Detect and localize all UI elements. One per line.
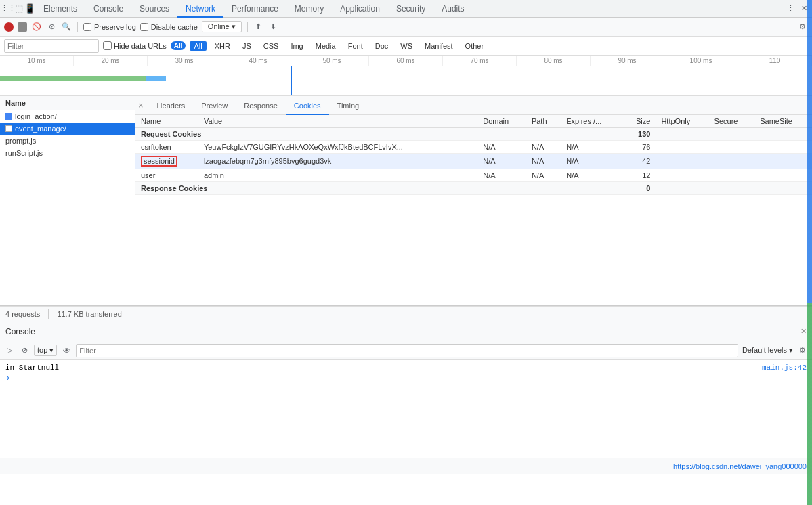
tab-headers[interactable]: Headers	[149, 96, 194, 115]
tab-response[interactable]: Response	[236, 96, 286, 115]
timeline-ruler: 10 ms 20 ms 30 ms 40 ms 50 ms 60 ms 70 m…	[0, 56, 812, 66]
file-name-runscript: runScript.js	[5, 149, 43, 157]
tab-cookies[interactable]: Cookies	[286, 96, 329, 115]
console-filter-input[interactable]	[76, 344, 738, 357]
more-options-icon[interactable]: ⋮	[785, 3, 796, 14]
search-icon[interactable]: 🔍	[61, 22, 72, 32]
console-log-link[interactable]: main.js:42	[762, 364, 807, 372]
filter-img-btn[interactable]: Img	[286, 41, 307, 51]
sessionid-highlight: sessionid	[141, 156, 177, 167]
filter-js-btn[interactable]: JS	[238, 41, 255, 51]
table-row[interactable]: csrftoken YeuwFckgIzV7GUGIRYvzHkAOXeQxWx…	[135, 141, 812, 154]
file-item-runscript[interactable]: runScript.js	[0, 147, 135, 159]
disable-cache-label[interactable]: Disable cache	[140, 23, 198, 31]
download-icon[interactable]: ⬇	[268, 22, 279, 32]
preserve-log-checkbox[interactable]	[83, 23, 91, 31]
throttle-select[interactable]: Online ▾	[202, 21, 242, 32]
file-item-prompt[interactable]: prompt.js	[0, 135, 135, 147]
filter-font-btn[interactable]: Font	[344, 41, 367, 51]
response-cookies-httponly	[656, 182, 708, 195]
tab-timing[interactable]: Timing	[329, 96, 368, 115]
filter-xhr-btn[interactable]: XHR	[211, 41, 234, 51]
tab-audits[interactable]: Audits	[433, 0, 472, 18]
filter-all-btn[interactable]: All	[190, 41, 206, 51]
close-detail-btn[interactable]: ×	[138, 100, 144, 110]
cookie-expires-sessionid: N/A	[561, 154, 622, 169]
filter-bar: Hide data URLs All All XHR JS CSS Img Me…	[0, 37, 812, 56]
cookie-domain-sessionid: N/A	[477, 154, 526, 169]
console-prompt-icon[interactable]: ›	[5, 373, 11, 383]
file-item-event[interactable]: event_manage/	[0, 123, 135, 135]
close-console-btn[interactable]: ✕	[800, 327, 807, 336]
tab-security[interactable]: Security	[388, 0, 433, 18]
tab-elements[interactable]: Elements	[35, 0, 85, 18]
tick-80ms: 80 ms	[517, 56, 591, 66]
filter-css-btn[interactable]: CSS	[259, 41, 283, 51]
request-cookies-samesite	[754, 128, 812, 141]
tab-memory[interactable]: Memory	[286, 0, 332, 18]
network-toolbar: 🚫 ⊘ 🔍 Preserve log Disable cache Online …	[0, 18, 812, 37]
tick-70ms: 70 ms	[443, 56, 517, 66]
tab-application[interactable]: Application	[332, 0, 388, 18]
menu-icon[interactable]: ⋮⋮	[3, 3, 14, 14]
all-badge: All	[171, 41, 186, 50]
context-top: top	[37, 346, 47, 354]
filter-media-btn[interactable]: Media	[312, 41, 340, 51]
default-levels-btn[interactable]: Default levels ▾	[742, 346, 793, 355]
tab-sources[interactable]: Sources	[131, 0, 177, 18]
hide-data-urls-checkbox[interactable]	[103, 41, 112, 50]
requests-count: 4 requests	[5, 310, 40, 318]
filter-icon[interactable]: ⊘	[46, 22, 57, 32]
tab-network[interactable]: Network	[177, 0, 223, 18]
inspect-icon[interactable]: ⬚	[14, 3, 24, 14]
disable-cache-text: Disable cache	[151, 23, 198, 31]
context-selector[interactable]: top ▾	[34, 345, 57, 356]
eye-icon[interactable]: 👁	[61, 345, 72, 356]
col-path: Path	[526, 115, 561, 128]
scrollbar-accent	[807, 0, 812, 505]
separator-1	[77, 22, 78, 32]
footer-url: https://blog.csdn.net/dawei_yang000000	[673, 462, 807, 470]
preserve-log-label[interactable]: Preserve log	[83, 23, 136, 31]
file-item-login[interactable]: login_action/	[0, 110, 135, 123]
console-body: in Startnull main.js:42 ›	[0, 360, 812, 458]
console-run-icon[interactable]: ▷	[4, 345, 15, 356]
preserve-log-text: Preserve log	[94, 23, 136, 31]
response-cookies-header: Response Cookies 0	[135, 182, 812, 195]
tab-preview[interactable]: Preview	[193, 96, 236, 115]
upload-icon[interactable]: ⬆	[253, 22, 264, 32]
col-domain: Domain	[477, 115, 526, 128]
console-log-text: in Startnull	[5, 364, 59, 372]
filter-manifest-btn[interactable]: Manifest	[421, 41, 457, 51]
console-toolbar: ▷ ⊘ top ▾ 👁 Default levels ▾ ⚙	[0, 341, 812, 360]
separator-2	[247, 22, 248, 32]
status-sep	[48, 309, 49, 319]
throttle-value: Online	[208, 22, 230, 30]
disable-cache-checkbox[interactable]	[140, 23, 148, 31]
record-button[interactable]	[4, 22, 14, 32]
filter-input[interactable]	[4, 39, 99, 53]
file-icon-event	[5, 125, 12, 132]
tab-console[interactable]: Console	[85, 0, 131, 18]
filter-other-btn[interactable]: Other	[461, 41, 488, 51]
col-httponly: HttpOnly	[656, 115, 708, 128]
timeline-bar-blue	[146, 76, 166, 81]
hide-data-urls-label[interactable]: Hide data URLs	[103, 41, 167, 50]
console-header: Console ✕	[0, 322, 812, 341]
tick-50ms: 50 ms	[295, 56, 369, 66]
response-cookies-secure	[709, 182, 755, 195]
cookie-value-sessionid: lzaogazfebqm7g3mfy895bvg6gugd3vk	[198, 154, 477, 169]
filter-ws-btn[interactable]: WS	[396, 41, 416, 51]
console-stop-icon[interactable]: ⊘	[19, 345, 30, 356]
cookie-secure-csrf	[709, 141, 755, 154]
clear-icon[interactable]: 🚫	[31, 22, 42, 32]
cookie-domain-csrf: N/A	[477, 141, 526, 154]
device-icon[interactable]: 📱	[24, 3, 35, 14]
cookie-domain-user: N/A	[477, 169, 526, 182]
table-row[interactable]: sessionid lzaogazfebqm7g3mfy895bvg6gugd3…	[135, 154, 812, 169]
tab-performance[interactable]: Performance	[223, 0, 286, 18]
table-row[interactable]: user admin N/A N/A N/A 12	[135, 169, 812, 182]
stop-button[interactable]	[18, 22, 27, 32]
tick-60ms: 60 ms	[369, 56, 443, 66]
filter-doc-btn[interactable]: Doc	[371, 41, 393, 51]
